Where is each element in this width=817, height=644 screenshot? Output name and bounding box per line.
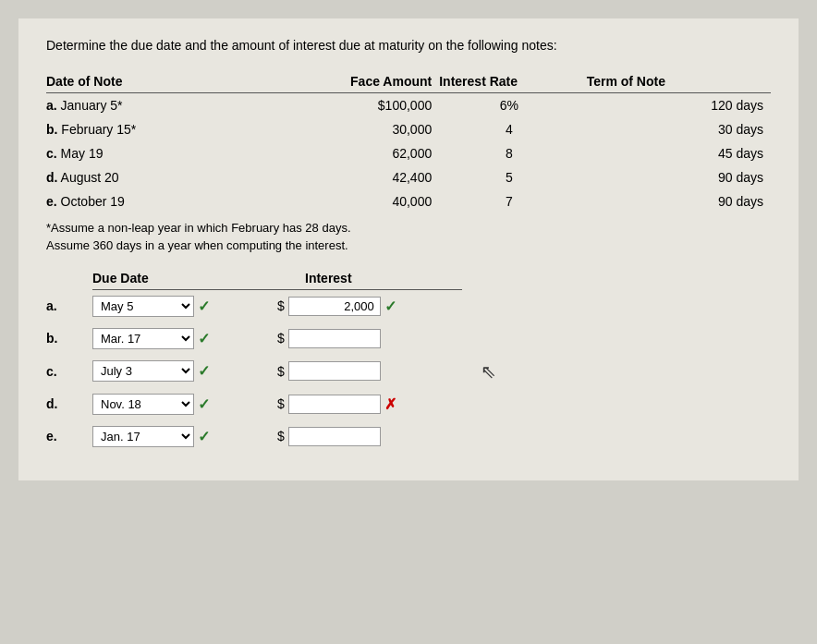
header-date-of-note: Date of Note — [46, 70, 243, 93]
check-icon-due-3: ✓ — [198, 395, 210, 413]
answer-row: b. Mar. 17Mar. 16Mar. 18Mar. 15 ✓ $ — [46, 322, 771, 355]
due-date-cell-3: Nov. 18Nov. 17Nov. 19Nov. 20 ✓ — [92, 388, 277, 420]
due-date-select-1[interactable]: Mar. 17Mar. 16Mar. 18Mar. 15 — [92, 328, 194, 349]
answer-table: Due Date Interest a. May 5May 4May 6Apr.… — [46, 267, 771, 453]
answer-row-label-1: b. — [46, 322, 92, 355]
interest-input-3[interactable] — [288, 395, 381, 414]
answer-row: a. May 5May 4May 6Apr. 30 ✓ $ ✓ — [46, 289, 771, 322]
dollar-sign-3: $ — [277, 396, 285, 411]
check-icon-due-1: ✓ — [198, 330, 210, 347]
answer-row-label-3: d. — [46, 388, 92, 420]
footnote-360-days: Assume 360 days in a year when computing… — [46, 238, 771, 252]
row-label-3: d. August 20 — [46, 165, 243, 189]
due-date-select-2[interactable]: July 3July 2July 4July 1 — [92, 360, 194, 382]
answer-header-due-date: Due Date — [92, 267, 277, 290]
answer-row-label-2: c. — [46, 355, 92, 388]
due-date-cell-0: May 5May 4May 6Apr. 30 ✓ — [92, 289, 277, 322]
table-row: d. August 20 42,400 5 90 days — [46, 165, 771, 189]
interest-cell-1: $ — [277, 322, 462, 355]
footnote-leap-year: *Assume a non-leap year in which Februar… — [46, 221, 771, 235]
interest-input-4[interactable] — [288, 427, 381, 446]
main-container: Determine the due date and the amount of… — [18, 18, 799, 480]
header-term-of-note: Term of Note — [587, 70, 771, 93]
row-label-1: b. February 15* — [46, 117, 243, 141]
row-term-4: 90 days — [587, 189, 771, 213]
row-label-4: e. October 19 — [46, 189, 243, 213]
table-row: c. May 19 62,000 8 45 days — [46, 141, 771, 165]
interest-cell-2: $ — [277, 355, 462, 388]
due-date-cell-2: July 3July 2July 4July 1 ✓ — [92, 355, 277, 388]
row-term-2: 45 days — [587, 141, 771, 165]
interest-input-0[interactable] — [288, 297, 381, 316]
table-row: b. February 15* 30,000 4 30 days — [46, 117, 771, 141]
row-label-2: c. May 19 — [46, 141, 243, 165]
check-icon-interest-0: ✓ — [384, 298, 396, 315]
row-rate-4: 7 — [439, 189, 586, 213]
check-icon-due-2: ✓ — [198, 362, 210, 380]
answer-section: Due Date Interest a. May 5May 4May 6Apr.… — [46, 267, 771, 453]
row-term-1: 30 days — [587, 117, 771, 141]
check-icon-due-0: ✓ — [198, 298, 210, 315]
page-title: Determine the due date and the amount of… — [46, 37, 771, 55]
interest-cell-0: $ ✓ — [277, 289, 462, 322]
interest-cell-4: $ — [277, 420, 462, 453]
row-rate-3: 5 — [439, 165, 586, 189]
reference-table: Date of Note Face Amount Interest Rate T… — [46, 70, 771, 213]
row-term-0: 120 days — [587, 92, 771, 117]
table-row: a. January 5* $100,000 6% 120 days — [46, 92, 771, 117]
row-rate-0: 6% — [439, 92, 586, 117]
answer-row-label-0: a. — [46, 289, 92, 322]
answer-row: c. July 3July 2July 4July 1 ✓ $ ⇖ — [46, 355, 771, 388]
row-face-1: 30,000 — [243, 117, 440, 141]
due-date-cell-4: Jan. 17Jan. 16Jan. 18Jan. 19 ✓ — [92, 420, 277, 453]
due-date-select-4[interactable]: Jan. 17Jan. 16Jan. 18Jan. 19 — [92, 426, 194, 447]
header-face-amount: Face Amount — [243, 70, 440, 93]
due-date-select-0[interactable]: May 5May 4May 6Apr. 30 — [92, 296, 194, 317]
dollar-sign-1: $ — [277, 331, 285, 346]
due-date-cell-1: Mar. 17Mar. 16Mar. 18Mar. 15 ✓ — [92, 322, 277, 355]
dollar-sign-2: $ — [277, 364, 285, 379]
row-face-4: 40,000 — [243, 189, 440, 213]
cursor-cell: ⇖ — [462, 355, 771, 388]
row-term-3: 90 days — [587, 165, 771, 189]
table-row: e. October 19 40,000 7 90 days — [46, 189, 771, 213]
interest-input-1[interactable] — [288, 329, 381, 348]
interest-input-2[interactable] — [288, 361, 381, 381]
due-date-select-3[interactable]: Nov. 18Nov. 17Nov. 19Nov. 20 — [92, 394, 194, 415]
dollar-sign-0: $ — [277, 298, 285, 313]
row-rate-1: 4 — [439, 117, 586, 141]
row-label-0: a. January 5* — [46, 92, 243, 117]
check-icon-due-4: ✓ — [198, 428, 210, 445]
row-face-2: 62,000 — [243, 141, 440, 165]
answer-row: e. Jan. 17Jan. 16Jan. 18Jan. 19 ✓ $ — [46, 420, 771, 453]
answer-row: d. Nov. 18Nov. 17Nov. 19Nov. 20 ✓ $ ✗ — [46, 388, 771, 420]
header-interest-rate: Interest Rate — [439, 70, 586, 93]
answer-header-interest: Interest — [277, 267, 462, 290]
interest-cell-3: $ ✗ — [277, 388, 462, 420]
row-face-0: $100,000 — [243, 92, 440, 117]
row-face-3: 42,400 — [243, 165, 440, 189]
answer-row-label-4: e. — [46, 420, 92, 453]
dollar-sign-4: $ — [277, 429, 285, 444]
answer-header-note-spacer — [46, 267, 92, 290]
wrong-icon-3: ✗ — [384, 395, 396, 413]
row-rate-2: 8 — [439, 141, 586, 165]
